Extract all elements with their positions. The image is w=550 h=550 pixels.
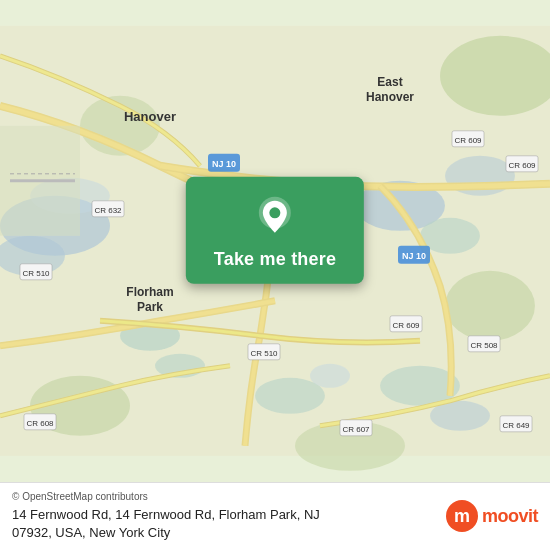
map-area: NJ 10 NJ 10 CR 632 CR 510 CR 609 CR 609 … xyxy=(0,0,550,482)
navigation-overlay[interactable]: Take me there xyxy=(186,177,364,284)
osm-credit: © OpenStreetMap contributors xyxy=(12,491,436,502)
svg-text:Hanover: Hanover xyxy=(366,90,414,104)
svg-text:East: East xyxy=(377,75,402,89)
svg-text:Hanover: Hanover xyxy=(124,109,176,124)
location-pin-icon xyxy=(253,195,297,239)
svg-point-12 xyxy=(310,364,350,388)
green-card[interactable]: Take me there xyxy=(186,177,364,284)
svg-text:CR 609: CR 609 xyxy=(508,161,536,170)
take-me-there-button[interactable]: Take me there xyxy=(214,249,336,270)
svg-text:CR 609: CR 609 xyxy=(454,136,482,145)
svg-text:CR 632: CR 632 xyxy=(94,206,122,215)
svg-text:Park: Park xyxy=(137,300,163,314)
address-line2: 07932, USA, New York City xyxy=(12,525,170,540)
svg-text:CR 510: CR 510 xyxy=(22,269,50,278)
svg-text:Florham: Florham xyxy=(126,285,173,299)
address-text: 14 Fernwood Rd, 14 Fernwood Rd, Florham … xyxy=(12,506,436,542)
svg-text:CR 508: CR 508 xyxy=(470,341,498,350)
moovit-brand-text: moovit xyxy=(482,506,538,527)
footer-left: © OpenStreetMap contributors 14 Fernwood… xyxy=(12,491,436,542)
svg-text:NJ 10: NJ 10 xyxy=(402,251,426,261)
svg-text:CR 649: CR 649 xyxy=(502,421,530,430)
footer-bar: © OpenStreetMap contributors 14 Fernwood… xyxy=(0,482,550,550)
app-container: NJ 10 NJ 10 CR 632 CR 510 CR 609 CR 609 … xyxy=(0,0,550,550)
svg-text:CR 608: CR 608 xyxy=(26,419,54,428)
svg-text:CR 510: CR 510 xyxy=(250,349,278,358)
svg-point-14 xyxy=(445,271,535,341)
svg-point-51 xyxy=(269,207,280,218)
svg-text:CR 607: CR 607 xyxy=(342,425,370,434)
svg-text:NJ 10: NJ 10 xyxy=(212,159,236,169)
moovit-m-icon: m xyxy=(446,500,478,532)
osm-copyright: © OpenStreetMap contributors xyxy=(12,491,148,502)
moovit-logo: m moovit xyxy=(446,500,538,532)
svg-text:CR 609: CR 609 xyxy=(392,321,420,330)
address-line1: 14 Fernwood Rd, 14 Fernwood Rd, Florham … xyxy=(12,507,320,522)
